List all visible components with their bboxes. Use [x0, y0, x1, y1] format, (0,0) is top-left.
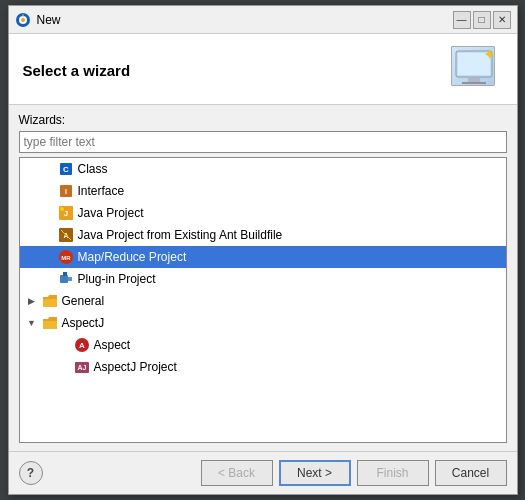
class-label: Class	[78, 162, 108, 176]
svg-text:C: C	[63, 165, 69, 174]
title-bar: New — □ ✕	[9, 6, 517, 34]
tree-item-aspect[interactable]: A Aspect	[20, 334, 506, 356]
ant-icon: A	[58, 227, 74, 243]
tree-item-aspectj-project[interactable]: AJ AspectJ Project	[20, 356, 506, 378]
next-button[interactable]: Next >	[279, 460, 351, 486]
tree-item-ant[interactable]: A Java Project from Existing Ant Buildfi…	[20, 224, 506, 246]
finish-button[interactable]: Finish	[357, 460, 429, 486]
svg-point-13	[60, 207, 64, 211]
tree-item-general[interactable]: ▶ General	[20, 290, 506, 312]
wizard-image: ✦	[451, 46, 495, 86]
aspect-icon: A	[74, 337, 90, 353]
tree-item-mapreduce[interactable]: MR Map/Reduce Project	[20, 246, 506, 268]
general-expander[interactable]: ▶	[24, 293, 40, 309]
aspectj-project-label: AspectJ Project	[94, 360, 177, 374]
back-button[interactable]: < Back	[201, 460, 273, 486]
mapreduce-label: Map/Reduce Project	[78, 250, 187, 264]
svg-text:A: A	[79, 341, 85, 350]
svg-rect-19	[60, 275, 68, 283]
dialog-icon	[15, 12, 31, 28]
aspectj-folder-icon	[42, 315, 58, 331]
plugin-icon	[58, 271, 74, 287]
svg-point-2	[21, 18, 25, 22]
java-project-label: Java Project	[78, 206, 144, 220]
tree-item-java-project[interactable]: J Java Project	[20, 202, 506, 224]
new-wizard-dialog: New — □ ✕ Select a wizard ✦ Wizards:	[8, 5, 518, 495]
cancel-button[interactable]: Cancel	[435, 460, 507, 486]
dialog-title: New	[37, 13, 447, 27]
button-bar: ? < Back Next > Finish Cancel	[9, 451, 517, 494]
filter-input[interactable]	[19, 131, 507, 153]
svg-rect-20	[68, 277, 72, 281]
svg-text:MR: MR	[61, 255, 71, 261]
wizards-label: Wizards:	[19, 113, 507, 127]
wizards-tree[interactable]: C Class I Interface	[19, 157, 507, 443]
help-button[interactable]: ?	[19, 461, 43, 485]
svg-text:I: I	[65, 188, 67, 195]
content-area: Wizards: C Class	[9, 105, 517, 451]
sparkle-icon: ✦	[483, 45, 496, 64]
svg-rect-6	[462, 82, 486, 84]
svg-text:J: J	[63, 209, 67, 218]
window-controls: — □ ✕	[453, 11, 511, 29]
plugin-label: Plug-in Project	[78, 272, 156, 286]
general-label: General	[62, 294, 105, 308]
header-area: Select a wizard ✦	[9, 34, 517, 105]
class-icon: C	[58, 161, 74, 177]
aspect-label: Aspect	[94, 338, 131, 352]
mapreduce-icon: MR	[58, 249, 74, 265]
header-title: Select a wizard	[23, 62, 131, 79]
svg-rect-21	[63, 272, 67, 276]
maximize-button[interactable]: □	[473, 11, 491, 29]
tree-item-aspectj-group[interactable]: ▼ AspectJ	[20, 312, 506, 334]
java-project-icon: J	[58, 205, 74, 221]
minimize-button[interactable]: —	[453, 11, 471, 29]
interface-icon: I	[58, 183, 74, 199]
tree-item-class[interactable]: C Class	[20, 158, 506, 180]
close-button[interactable]: ✕	[493, 11, 511, 29]
ant-label: Java Project from Existing Ant Buildfile	[78, 228, 283, 242]
aspectj-expander[interactable]: ▼	[24, 315, 40, 331]
interface-label: Interface	[78, 184, 125, 198]
svg-rect-5	[468, 78, 480, 82]
aspectj-group-label: AspectJ	[62, 316, 105, 330]
general-folder-icon	[42, 293, 58, 309]
tree-item-interface[interactable]: I Interface	[20, 180, 506, 202]
svg-text:AJ: AJ	[77, 364, 86, 371]
tree-item-plugin[interactable]: Plug-in Project	[20, 268, 506, 290]
header-icon: ✦	[451, 46, 503, 94]
aspectj-project-icon: AJ	[74, 359, 90, 375]
